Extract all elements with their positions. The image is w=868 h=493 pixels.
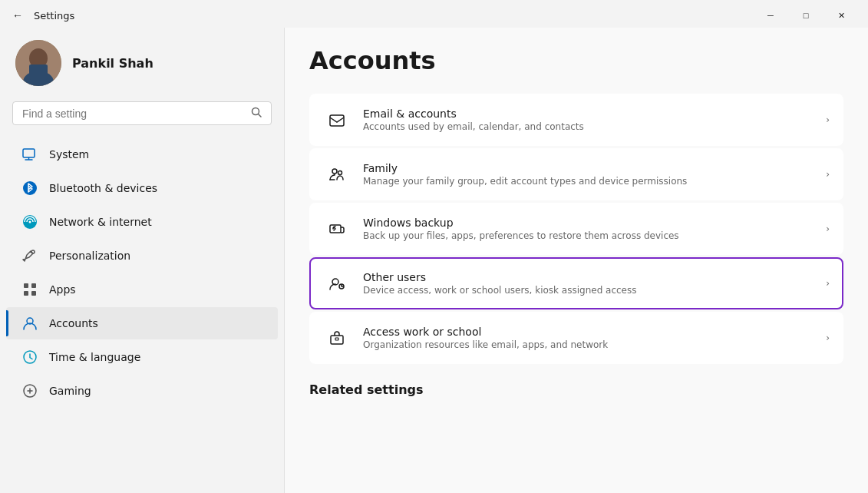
sidebar-item-label-time: Time & language bbox=[49, 351, 140, 363]
app-body: Pankil Shah bbox=[0, 28, 868, 493]
settings-item-other-users[interactable]: Other users Device access, work or schoo… bbox=[309, 257, 843, 309]
settings-item-text-email: Email & accounts Accounts used by email,… bbox=[363, 108, 820, 132]
time-icon bbox=[21, 349, 38, 366]
sidebar-item-label-network: Network & internet bbox=[49, 216, 152, 228]
system-icon bbox=[21, 146, 38, 163]
main-content: Accounts Email & accounts Accounts used … bbox=[285, 28, 868, 493]
search-input[interactable] bbox=[22, 108, 245, 120]
other-users-icon bbox=[323, 270, 351, 297]
settings-item-title-email: Email & accounts bbox=[363, 108, 820, 120]
sidebar-item-label-gaming: Gaming bbox=[49, 385, 91, 397]
chevron-icon-family: › bbox=[826, 169, 830, 180]
personalization-icon bbox=[21, 247, 38, 264]
user-profile[interactable]: Pankil Shah bbox=[0, 28, 284, 98]
minimize-button[interactable]: ─ bbox=[753, 5, 788, 26]
sidebar-item-label-accounts: Accounts bbox=[49, 317, 98, 329]
settings-item-text-family: Family Manage your family group, edit ac… bbox=[363, 162, 820, 187]
chevron-icon-email: › bbox=[826, 114, 830, 125]
svg-rect-13 bbox=[24, 283, 28, 288]
svg-rect-15 bbox=[24, 291, 28, 296]
accounts-icon bbox=[21, 315, 38, 332]
titlebar-left: ← Settings bbox=[9, 8, 74, 23]
svg-point-11 bbox=[29, 221, 31, 223]
svg-rect-20 bbox=[330, 115, 344, 126]
app-title: Settings bbox=[34, 10, 74, 22]
gaming-icon bbox=[21, 382, 38, 399]
settings-item-desc-email: Accounts used by email, calendar, and co… bbox=[363, 121, 820, 132]
svg-rect-3 bbox=[29, 65, 48, 80]
svg-point-22 bbox=[338, 171, 342, 175]
avatar bbox=[15, 40, 61, 86]
settings-item-windows-backup[interactable]: Windows backup Back up your files, apps,… bbox=[309, 203, 843, 255]
sidebar-item-label-system: System bbox=[49, 148, 89, 160]
user-name: Pankil Shah bbox=[72, 56, 153, 71]
svg-rect-16 bbox=[31, 291, 36, 296]
email-icon bbox=[323, 106, 351, 134]
back-button[interactable]: ← bbox=[9, 8, 26, 23]
settings-item-family[interactable]: Family Manage your family group, edit ac… bbox=[309, 148, 843, 200]
settings-list: Email & accounts Accounts used by email,… bbox=[309, 94, 843, 364]
chevron-icon-backup: › bbox=[826, 223, 830, 234]
page-title: Accounts bbox=[309, 46, 843, 75]
settings-item-title-family: Family bbox=[363, 162, 820, 174]
svg-point-21 bbox=[332, 169, 337, 174]
chevron-icon-other-users: › bbox=[826, 278, 830, 289]
window-controls: ─ □ ✕ bbox=[753, 5, 859, 26]
sidebar-item-personalization[interactable]: Personalization bbox=[6, 240, 278, 272]
network-icon bbox=[21, 213, 38, 230]
settings-item-desc-other-users: Device access, work or school users, kio… bbox=[363, 285, 820, 296]
svg-rect-6 bbox=[23, 149, 35, 157]
sidebar-item-bluetooth[interactable]: Bluetooth & devices bbox=[6, 172, 278, 204]
chevron-icon-work: › bbox=[826, 333, 830, 343]
sidebar-item-label-apps: Apps bbox=[49, 283, 76, 296]
sidebar-item-network[interactable]: Network & internet bbox=[6, 206, 278, 238]
svg-rect-14 bbox=[31, 283, 36, 288]
settings-item-work-school[interactable]: Access work or school Organization resou… bbox=[309, 312, 843, 364]
settings-item-title-backup: Windows backup bbox=[363, 217, 820, 229]
titlebar: ← Settings ─ □ ✕ bbox=[0, 0, 868, 28]
sidebar-nav: System Bluetooth & devices bbox=[0, 137, 284, 408]
family-icon bbox=[323, 160, 351, 188]
settings-item-desc-family: Manage your family group, edit account t… bbox=[363, 176, 820, 187]
sidebar-item-apps[interactable]: Apps bbox=[6, 273, 278, 306]
bluetooth-icon bbox=[21, 180, 38, 197]
settings-item-title-work: Access work or school bbox=[363, 326, 820, 338]
settings-item-title-other-users: Other users bbox=[363, 271, 820, 283]
sidebar: Pankil Shah bbox=[0, 28, 284, 493]
sidebar-item-system[interactable]: System bbox=[6, 138, 278, 170]
sidebar-item-label-bluetooth: Bluetooth & devices bbox=[49, 182, 157, 194]
settings-item-text-work: Access work or school Organization resou… bbox=[363, 326, 820, 350]
backup-icon bbox=[323, 215, 351, 243]
settings-item-email-accounts[interactable]: Email & accounts Accounts used by email,… bbox=[309, 94, 843, 146]
svg-line-5 bbox=[259, 114, 262, 117]
settings-item-desc-work: Organization resources like email, apps,… bbox=[363, 339, 820, 350]
search-box bbox=[12, 101, 272, 125]
close-button[interactable]: ✕ bbox=[823, 5, 859, 26]
sidebar-item-label-personalization: Personalization bbox=[49, 250, 130, 262]
svg-point-12 bbox=[31, 250, 35, 253]
svg-rect-27 bbox=[335, 338, 338, 340]
apps-icon bbox=[21, 281, 38, 298]
settings-item-text-backup: Windows backup Back up your files, apps,… bbox=[363, 217, 820, 241]
search-icon bbox=[251, 107, 262, 120]
sidebar-item-time[interactable]: Time & language bbox=[6, 341, 278, 373]
search-container bbox=[0, 98, 284, 137]
settings-item-desc-backup: Back up your files, apps, preferences to… bbox=[363, 230, 820, 241]
related-settings-title: Related settings bbox=[309, 382, 843, 397]
maximize-button[interactable]: □ bbox=[788, 5, 823, 26]
work-icon bbox=[323, 324, 351, 352]
sidebar-item-accounts[interactable]: Accounts bbox=[6, 307, 278, 339]
settings-item-text-other-users: Other users Device access, work or schoo… bbox=[363, 271, 820, 296]
sidebar-item-gaming[interactable]: Gaming bbox=[6, 375, 278, 407]
